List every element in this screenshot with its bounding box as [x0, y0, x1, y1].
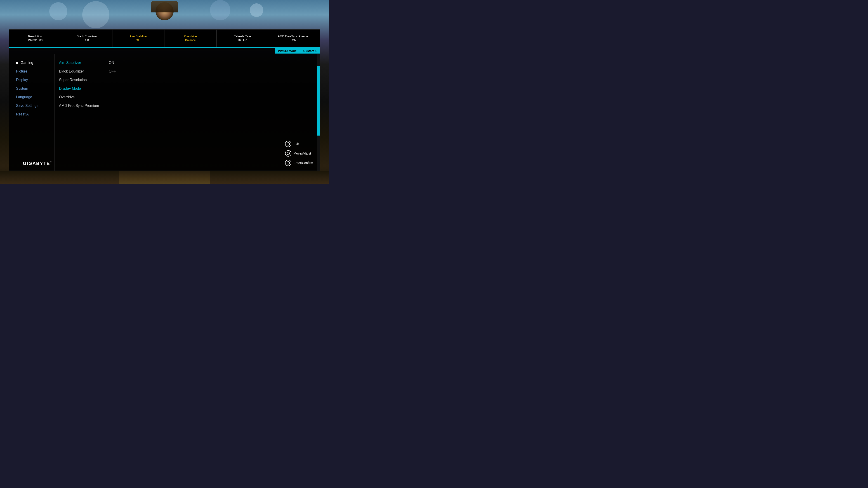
- status-label-refresh_rate: Refresh Rate: [234, 35, 251, 38]
- control-item-enter_confirm: Enter/Confirm: [285, 160, 313, 166]
- status-label-aim_stabilizer: Aim Stabilizer: [130, 35, 148, 38]
- nav-item-language[interactable]: Language: [9, 93, 54, 101]
- nav-item-save_settings[interactable]: Save Settings: [9, 101, 54, 110]
- control-item-exit: Exit: [285, 141, 313, 147]
- controls-area: ExitMove/AdjustEnter/Confirm: [285, 141, 313, 166]
- status-value-black_equalizer: 1 0: [85, 38, 89, 42]
- nav-item-display[interactable]: Display: [9, 76, 54, 84]
- status-value-overdrive: Balance: [185, 38, 196, 42]
- status-label-black_equalizer: Black Equalizer: [76, 35, 97, 38]
- nav-label-display: Display: [16, 78, 28, 82]
- bokeh-circle: [250, 3, 264, 17]
- bokeh-circle: [49, 2, 67, 20]
- detail-panel: ExitMove/AdjustEnter/Confirm: [145, 54, 320, 170]
- status-bar: Resolution1920X1080Black Equalizer1 0Aim…: [9, 30, 320, 48]
- status-item-refresh_rate: Refresh Rate165 HZ: [217, 30, 268, 47]
- status-item-overdrive: OverdriveBalance: [165, 30, 217, 47]
- status-label-overdrive: Overdrive: [184, 35, 197, 38]
- value-item-on: ON: [104, 59, 145, 67]
- status-label-resolution: Resolution: [28, 35, 42, 38]
- status-item-aim_stabilizer: Aim StabilizerOFF: [113, 30, 164, 47]
- main-content: GamingPictureDisplaySystemLanguageSave S…: [9, 54, 320, 170]
- soldier-silhouette-top: [131, 0, 198, 29]
- menu-item-overdrive[interactable]: Overdrive: [55, 93, 104, 101]
- brand-name: GIGABYTE: [23, 161, 50, 166]
- trademark: ™: [50, 161, 53, 164]
- nav-label-save_settings: Save Settings: [16, 104, 38, 108]
- scrollbar-thumb[interactable]: [317, 66, 320, 136]
- control-label-move_adjust: Move/Adjust: [293, 152, 311, 155]
- nav-label-picture: Picture: [16, 69, 27, 73]
- control-icon-inner-exit: [287, 142, 290, 145]
- control-icon-inner-enter_confirm: [287, 161, 290, 164]
- nav-label-reset_all: Reset All: [16, 112, 30, 116]
- status-item-amd_freesync: AMD FreeSync PremiumON: [268, 30, 320, 47]
- bokeh-circle: [210, 0, 230, 20]
- control-icon-inner-move_adjust: [287, 152, 290, 155]
- status-label-amd_freesync: AMD FreeSync Premium: [278, 35, 310, 38]
- menu-item-super_resolution[interactable]: Super Resolution: [55, 76, 104, 84]
- scrollbar-track[interactable]: [317, 54, 320, 170]
- nav-label-gaming: Gaming: [21, 61, 33, 65]
- nav-label-system: System: [16, 87, 28, 91]
- menu-panel: Aim StabilizerBlack EqualizerSuper Resol…: [55, 54, 104, 170]
- status-value-refresh_rate: 165 HZ: [237, 38, 247, 42]
- nav-item-reset_all[interactable]: Reset All: [9, 110, 54, 119]
- menu-item-display_mode[interactable]: Display Mode: [55, 84, 104, 93]
- picture-mode-value: Custom 1: [300, 48, 320, 54]
- nav-item-system[interactable]: System: [9, 84, 54, 93]
- osd-overlay: Resolution1920X1080Black Equalizer1 0Aim…: [9, 29, 320, 171]
- nav-panel: GamingPictureDisplaySystemLanguageSave S…: [9, 54, 55, 170]
- values-panel: ONOFF: [104, 54, 145, 170]
- soldier-bottom: [0, 171, 329, 184]
- status-item-resolution: Resolution1920X1080: [9, 30, 61, 47]
- menu-item-amd_freesync_premium[interactable]: AMD FreeSync Premium: [55, 101, 104, 110]
- picture-mode-label: Picture Mode:: [275, 48, 300, 54]
- value-item-off: OFF: [104, 67, 145, 76]
- control-label-enter_confirm: Enter/Confirm: [293, 161, 313, 165]
- bokeh-circle: [82, 1, 110, 28]
- status-value-resolution: 1920X1080: [28, 38, 43, 42]
- menu-item-aim_stabilizer[interactable]: Aim Stabilizer: [55, 59, 104, 67]
- status-item-black_equalizer: Black Equalizer1 0: [61, 30, 113, 47]
- status-value-aim_stabilizer: OFF: [135, 38, 142, 42]
- control-label-exit: Exit: [293, 142, 299, 146]
- menu-item-black_equalizer[interactable]: Black Equalizer: [55, 67, 104, 76]
- control-icon-enter_confirm: [285, 160, 291, 166]
- picture-mode-bar: Picture Mode: Custom 1: [9, 48, 320, 54]
- control-icon-move_adjust: [285, 150, 291, 157]
- active-indicator: [16, 62, 18, 64]
- nav-item-picture[interactable]: Picture: [9, 67, 54, 76]
- nav-label-language: Language: [16, 95, 32, 99]
- control-item-move_adjust: Move/Adjust: [285, 150, 313, 157]
- control-icon-exit: [285, 141, 291, 147]
- nav-item-gaming[interactable]: Gaming: [9, 59, 54, 67]
- gigabyte-logo: GIGABYTE™: [23, 161, 53, 166]
- status-value-amd_freesync: ON: [292, 38, 296, 42]
